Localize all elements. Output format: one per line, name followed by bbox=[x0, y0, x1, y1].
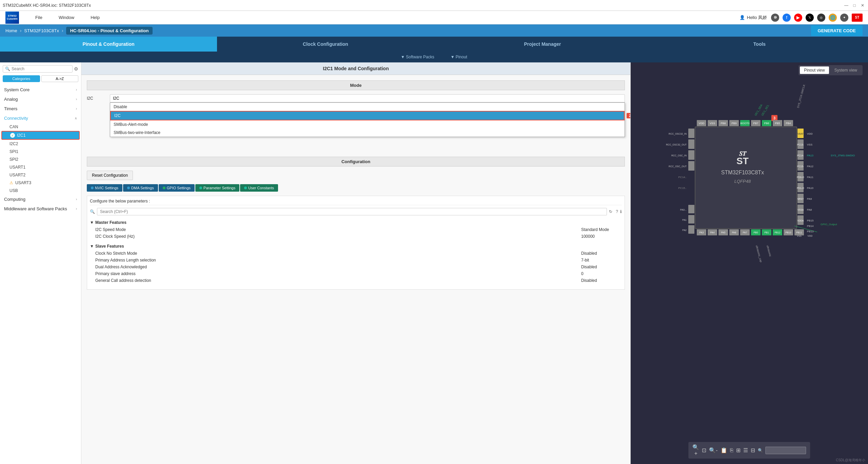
dropdown-option-smbus-alert[interactable]: SMBus-Alert-mode bbox=[110, 120, 625, 129]
chip-search-input[interactable] bbox=[766, 447, 806, 454]
item-label: USB bbox=[9, 188, 18, 193]
pin-pa12-label: PA12 bbox=[807, 165, 814, 168]
sidebar-item-usart1[interactable]: USART1 bbox=[1, 163, 80, 171]
pin-nrst-label: NRST bbox=[797, 198, 804, 200]
sidebar-section-timers[interactable]: Timers › bbox=[1, 104, 80, 113]
pin-rcc-osc32-out bbox=[688, 139, 694, 149]
tab-clock-config[interactable]: Clock Configuration bbox=[217, 37, 434, 52]
sidebar-section-connectivity[interactable]: Connectivity ∧ bbox=[1, 114, 80, 123]
pin-pa6-label: PA6 bbox=[732, 231, 736, 234]
rcc-osc-in-label: RCC_OSC_IN bbox=[671, 154, 687, 157]
ultrasonic-cap-label: ultrasonic_cap bbox=[755, 245, 763, 263]
list-button[interactable]: ☰ bbox=[743, 447, 748, 453]
pin-pb5-label: PB5 bbox=[775, 122, 780, 125]
generate-code-button[interactable]: GENERATE CODE bbox=[811, 25, 863, 36]
pin-pb13-label-right: PB13 bbox=[807, 230, 814, 233]
sidebar-section-computing[interactable]: Computing › bbox=[1, 195, 80, 204]
breadcrumb-home[interactable]: Home bbox=[5, 28, 17, 33]
refresh-icon[interactable]: ↻ bbox=[609, 209, 612, 214]
item-label: CAN bbox=[9, 124, 18, 129]
sidebar-section-analog[interactable]: Analog › bbox=[1, 95, 80, 104]
sidebar-item-spi1[interactable]: SPI1 bbox=[1, 148, 80, 155]
pin-pa11-label: PA11 bbox=[807, 176, 814, 179]
sidebar-item-usart2[interactable]: USART2 bbox=[1, 171, 80, 179]
config-tab-dma[interactable]: DMA Settings bbox=[123, 184, 158, 192]
st-brand-icon[interactable]: ST bbox=[852, 14, 863, 22]
sidebar-item-i2c1[interactable]: ✓ I2C1 1 bbox=[1, 131, 80, 140]
pinout-view-button[interactable]: Pinout view bbox=[800, 66, 829, 74]
config-tab-params[interactable]: Parameter Settings bbox=[195, 184, 239, 192]
param-row-speed-mode: I2C Speed Mode Standard Mode bbox=[90, 226, 622, 233]
sidebar-item-spi2[interactable]: SPI2 bbox=[1, 156, 80, 163]
stm-icon[interactable]: ⑩ bbox=[771, 14, 779, 22]
github-icon[interactable]: ⌾ bbox=[817, 14, 825, 22]
chip-container: ST STM32F103C8Tx LQFP48 𝑺𝑻 VDD VSS PB8 P… bbox=[631, 62, 868, 464]
pin-vssa-label: VSSA bbox=[797, 209, 804, 211]
logo-text: STM32CubeMX bbox=[7, 15, 18, 21]
params-search-input[interactable] bbox=[97, 208, 607, 215]
close-button[interactable]: ✕ bbox=[860, 3, 865, 8]
system-view-button[interactable]: System view bbox=[830, 66, 861, 74]
sidebar-item-can[interactable]: CAN bbox=[1, 123, 80, 131]
collapse-icon: ▼ bbox=[90, 220, 94, 225]
tab-project-manager[interactable]: Project Manager bbox=[434, 37, 651, 52]
minimize-button[interactable]: — bbox=[844, 3, 849, 8]
subtab-pinout[interactable]: ▼ Pinout bbox=[451, 55, 467, 59]
zoom-in-button[interactable]: 🔍+ bbox=[692, 444, 699, 457]
config-tab-gpio[interactable]: GPIO Settings bbox=[159, 184, 195, 192]
breadcrumb: Home › STM32F103C8Tx › HC-SR04.ioc - Pin… bbox=[0, 24, 868, 37]
search-icon: 🔍 bbox=[90, 209, 95, 214]
config-tab-user-constants[interactable]: User Constants bbox=[240, 184, 278, 192]
sys-jtms-label: SYS_JTMS-SWDIO bbox=[831, 154, 855, 157]
settings-icon[interactable]: ⚙ bbox=[74, 66, 78, 72]
file-menu[interactable]: File bbox=[27, 11, 51, 24]
sidebar-section-system-core[interactable]: System Core › bbox=[1, 85, 80, 94]
breadcrumb-chip[interactable]: STM32F103C8Tx bbox=[24, 28, 59, 33]
master-features-title[interactable]: ▼ Master Features bbox=[90, 219, 622, 226]
maximize-button[interactable]: □ bbox=[852, 3, 857, 8]
search-wrapper: 🔍 bbox=[3, 65, 73, 73]
pin-pc13-label: PC13- bbox=[797, 143, 804, 146]
window-menu[interactable]: Window bbox=[51, 11, 82, 24]
pin-vss-right-label: VSS bbox=[807, 143, 812, 146]
twitter-icon[interactable]: 𝕏 bbox=[806, 14, 814, 22]
item-label: I2C2 bbox=[9, 141, 18, 146]
logo-box: STM32CubeMX bbox=[5, 12, 19, 24]
reset-config-button[interactable]: Reset Configuration bbox=[87, 171, 133, 180]
sidebar-item-i2c2[interactable]: I2C2 bbox=[1, 140, 80, 148]
copy-button[interactable]: ⎘ bbox=[730, 447, 733, 453]
config-section: Configuration Reset Configuration NVIC S… bbox=[81, 151, 630, 295]
item-label: USART3 bbox=[15, 180, 31, 185]
categories-tab[interactable]: Categories bbox=[3, 75, 40, 82]
split-button[interactable]: ⊞ bbox=[736, 447, 741, 453]
pin-pa9-label: PA9 bbox=[807, 197, 812, 200]
tab-pinout-config[interactable]: Pinout & Configuration bbox=[0, 37, 217, 52]
i2c-mode-select[interactable]: I2C bbox=[110, 94, 625, 102]
sidebar-section-middleware[interactable]: Middleware and Software Packs › bbox=[1, 204, 80, 213]
zoom-out-button[interactable]: 🔍- bbox=[709, 447, 717, 453]
facebook-icon[interactable]: f bbox=[783, 14, 791, 22]
web-icon[interactable]: 🌐 bbox=[829, 14, 837, 22]
table-button[interactable]: ⊟ bbox=[751, 447, 755, 453]
config-search-area: 🔍 ↻ ? ℹ bbox=[90, 208, 622, 215]
dot-icon bbox=[244, 187, 247, 189]
sidebar-search-input[interactable] bbox=[12, 66, 70, 71]
sidebar-item-usb[interactable]: USB bbox=[1, 187, 80, 194]
fit-button[interactable]: ⊡ bbox=[702, 447, 706, 453]
network-icon[interactable]: ✦ bbox=[840, 14, 848, 22]
tab-tools[interactable]: Tools bbox=[651, 37, 868, 52]
subtab-software-packs[interactable]: ▼ Software Packs bbox=[401, 55, 434, 59]
az-tab[interactable]: A->Z bbox=[41, 75, 79, 82]
config-tab-nvic[interactable]: NVIC Settings bbox=[87, 184, 122, 192]
sidebar-item-usart3[interactable]: ⚠ USART3 bbox=[1, 179, 80, 187]
slave-features-title[interactable]: ▼ Slave Features bbox=[90, 243, 622, 250]
dropdown-option-smbus-twowire[interactable]: SMBus-two-wire-Interface bbox=[110, 129, 625, 137]
dropdown-option-disable[interactable]: Disable bbox=[110, 103, 625, 111]
youtube-icon[interactable]: ▶ bbox=[794, 14, 802, 22]
dropdown-option-i2c[interactable]: I2C 2 bbox=[110, 111, 625, 120]
help-menu[interactable]: Help bbox=[82, 11, 108, 24]
chevron-right-icon: › bbox=[76, 88, 77, 92]
pin-vss-bottom-label: VSS bbox=[797, 235, 802, 237]
info-icon[interactable]: ? bbox=[616, 209, 618, 214]
export-button[interactable]: 📋 bbox=[721, 447, 727, 453]
